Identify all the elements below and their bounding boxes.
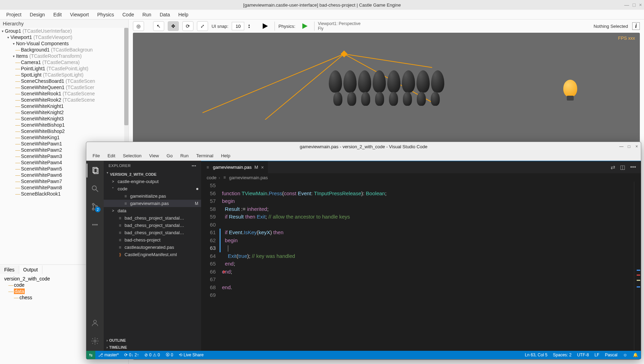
vsc-close-button[interactable]: ×: [634, 144, 639, 149]
git-branch[interactable]: ⎇master*: [95, 353, 121, 357]
explorer-file-item[interactable]: ≡bad_chess_project_standal…: [104, 214, 201, 222]
vsc-minimize-button[interactable]: —: [619, 144, 624, 149]
hierarchy-item[interactable]: —Camera1(TCastleCamera): [0, 59, 128, 65]
tool-rotate-icon[interactable]: ⟳: [182, 21, 193, 31]
outline-section[interactable]: ›OUTLINE: [104, 337, 201, 344]
vsc-menu-file[interactable]: File: [89, 152, 103, 159]
hierarchy-item[interactable]: —SceneChessBoard1(TCastleScen: [0, 78, 128, 84]
hierarchy-item[interactable]: —SceneWhiteKing1: [0, 134, 128, 141]
hierarchy-item[interactable]: ▾Non-Visual Components: [0, 40, 128, 47]
activity-more-icon[interactable]: •••: [87, 218, 103, 232]
tab-files[interactable]: Files: [0, 266, 19, 274]
explorer-more-icon[interactable]: •••: [192, 164, 196, 168]
explorer-file-item[interactable]: >castle-engine-output: [104, 178, 201, 185]
hierarchy-item[interactable]: ▾Items(TCastleRootTransform): [0, 53, 128, 59]
tab-close-icon[interactable]: ×: [261, 165, 264, 170]
split-editor-icon[interactable]: ◫: [620, 164, 625, 171]
menu-viewport[interactable]: Viewport: [66, 11, 92, 18]
hierarchy-item[interactable]: —Background1(TCastleBackgroun: [0, 47, 128, 53]
explorer-file-item[interactable]: ≡bad_chess_project_standal…: [104, 229, 201, 236]
git-sync-status[interactable]: ⟳ 0↓ 2↑: [121, 353, 142, 357]
indentation-status[interactable]: Spaces: 2: [550, 353, 574, 357]
file-explorer[interactable]: >castle-engine-output˅code≡gameinitializ…: [104, 178, 201, 337]
menu-code[interactable]: Code: [119, 11, 137, 18]
hierarchy-item[interactable]: ▾Group1(TCastleUserInterface): [0, 28, 128, 34]
minimap-scrollbar[interactable]: [634, 182, 641, 351]
tool-move-icon[interactable]: ✥: [168, 21, 179, 31]
vsc-menu-view[interactable]: View: [146, 152, 162, 159]
explorer-file-item[interactable]: ≡castleautogenerated.pas: [104, 244, 201, 251]
explorer-file-item[interactable]: ≡bad_chess_project_standal…: [104, 222, 201, 229]
editor-tab[interactable]: ≡ gameviewmain.pas M ×: [201, 161, 268, 174]
compare-changes-icon[interactable]: ⇄: [611, 164, 615, 171]
hierarchy-item[interactable]: —SceneWhiteKnight1: [0, 103, 128, 109]
menu-edit[interactable]: Edit: [50, 11, 65, 18]
hierarchy-item[interactable]: —SceneWhiteQueen1(TCastleScer: [0, 84, 128, 90]
more-actions-icon[interactable]: •••: [630, 164, 636, 171]
explorer-file-item[interactable]: ≡gameinitialize.pas: [104, 192, 201, 200]
explorer-file-item[interactable]: >data: [104, 207, 201, 214]
problems-status[interactable]: ⊘ 0 ⚠ 0: [142, 353, 162, 357]
vsc-menu-run[interactable]: Run: [177, 152, 192, 159]
radio-status[interactable]: ⦿ 0: [163, 353, 176, 357]
explorer-file-item[interactable]: ˅code: [104, 185, 201, 192]
activity-git-icon[interactable]: 2: [87, 200, 103, 214]
vsc-menu-go[interactable]: Go: [163, 152, 176, 159]
breadcrumb-file[interactable]: gameviewmain.pas: [229, 175, 268, 180]
code-editor[interactable]: 555657585960616263646566676869 function …: [201, 182, 641, 351]
remote-indicator[interactable]: ⇆: [86, 351, 95, 359]
play-button[interactable]: [259, 21, 271, 31]
vsc-menu-terminal[interactable]: Terminal: [193, 152, 217, 159]
activity-explorer-icon[interactable]: [87, 164, 103, 177]
hierarchy-item[interactable]: —SpotLight(TCastleSpotLight): [0, 72, 128, 78]
activity-account-icon[interactable]: [87, 316, 103, 330]
notifications-icon[interactable]: 🔔: [630, 353, 641, 357]
uisnap-input[interactable]: [232, 22, 244, 30]
menu-design[interactable]: Design: [26, 11, 49, 18]
vsc-menu-edit[interactable]: Edit: [104, 152, 119, 159]
encoding-status[interactable]: UTF-8: [574, 353, 592, 357]
close-button[interactable]: ×: [639, 2, 642, 8]
menu-project[interactable]: Project: [3, 11, 25, 18]
breadcrumb-folder[interactable]: code: [207, 175, 216, 180]
hierarchy-item[interactable]: —SceneWhiteKnight3: [0, 116, 128, 122]
tab-output[interactable]: Output: [19, 266, 42, 274]
eol-status[interactable]: LF: [592, 353, 602, 357]
spinner-down-icon[interactable]: ▼: [248, 26, 250, 29]
hierarchy-item[interactable]: —SceneWhiteRook1(TCastleScene: [0, 90, 128, 97]
explorer-file-item[interactable]: ≡gameviewmain.pasM: [104, 200, 201, 207]
hierarchy-item[interactable]: ▾Viewport1(TCastleViewport): [0, 34, 128, 40]
language-mode[interactable]: Pascal: [602, 353, 620, 357]
hierarchy-item[interactable]: —SceneWhiteKnight2: [0, 109, 128, 116]
spinner-up-icon[interactable]: ▲: [248, 24, 250, 26]
code-content[interactable]: function TViewMain.Press(const Event: TI…: [222, 182, 634, 351]
hierarchy-item[interactable]: —PointLight1(TCastlePointLight): [0, 65, 128, 72]
breadcrumb[interactable]: code › ≡ gameviewmain.pas: [201, 173, 641, 182]
activity-search-icon[interactable]: [87, 182, 103, 196]
vsc-maximize-button[interactable]: □: [626, 144, 632, 149]
vsc-menu-help[interactable]: Help: [217, 152, 234, 159]
cursor-position[interactable]: Ln 63, Col 5: [522, 353, 550, 357]
workspace-header[interactable]: ˅VERSION_2_WITH_CODE: [104, 171, 201, 178]
tool-select-icon[interactable]: ↖: [153, 21, 164, 31]
hierarchy-item[interactable]: —SceneWhiteBishop1: [0, 122, 128, 128]
minimize-button[interactable]: —: [624, 2, 629, 8]
feedback-icon[interactable]: ☺: [620, 353, 630, 357]
explorer-file-item[interactable]: ⟫CastleEngineManifest.xml: [104, 251, 201, 258]
info-icon[interactable]: i: [632, 22, 640, 30]
vsc-menu-selection[interactable]: Selection: [119, 152, 145, 159]
scrollbar-thumb[interactable]: [124, 28, 128, 125]
explorer-file-item[interactable]: ≡bad-chess-project: [104, 236, 201, 244]
menu-run[interactable]: Run: [139, 11, 155, 18]
menu-help[interactable]: Help: [175, 11, 192, 18]
menu-data[interactable]: Data: [156, 11, 174, 18]
tool-scale-icon[interactable]: ⤢: [197, 21, 208, 31]
menu-physics[interactable]: Physics: [94, 11, 118, 18]
hierarchy-item[interactable]: —SceneWhiteRook2(TCastleScene: [0, 97, 128, 103]
maximize-button[interactable]: □: [633, 2, 635, 8]
activity-settings-icon[interactable]: [87, 334, 103, 348]
hierarchy-item[interactable]: —SceneWhiteBishop2: [0, 128, 128, 134]
timeline-section[interactable]: ›TIMELINE: [104, 344, 201, 351]
physics-play-button[interactable]: [299, 21, 311, 31]
tool-toggle-icon[interactable]: ◎: [133, 21, 144, 31]
